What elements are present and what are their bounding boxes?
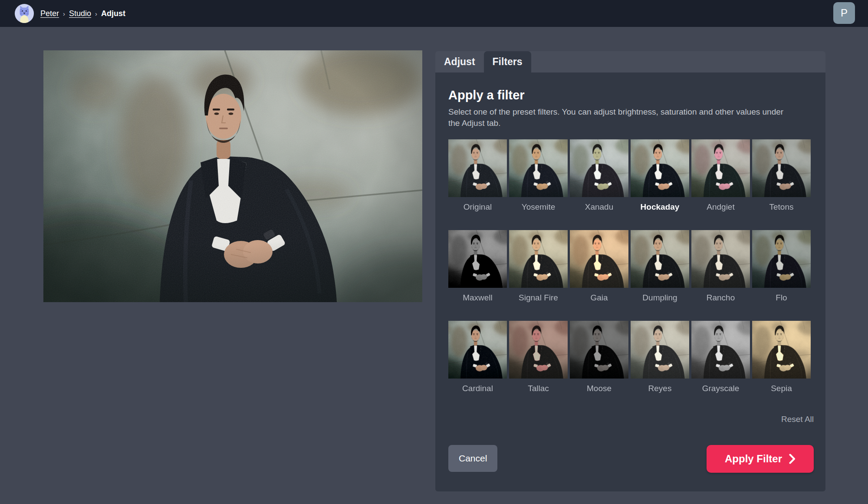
filter-option-cardinal[interactable]: Cardinal — [448, 321, 507, 393]
filter-thumbnail — [691, 321, 750, 379]
user-badge[interactable]: P — [833, 2, 855, 24]
breadcrumb-current-adjust: Adjust — [101, 9, 125, 18]
filter-option-rancho[interactable]: Rancho — [691, 230, 750, 303]
filter-thumbnail — [752, 230, 811, 288]
filter-option-grayscale[interactable]: Grayscale — [691, 321, 750, 393]
filter-label: Tetons — [752, 202, 811, 212]
filter-thumbnail — [448, 139, 507, 197]
filter-option-signal-fire[interactable]: Signal Fire — [509, 230, 568, 303]
breadcrumb-separator: › — [95, 10, 97, 17]
panel-description: Select one of the preset filters. You ca… — [448, 106, 796, 129]
filter-thumbnail — [448, 230, 507, 288]
reset-row: Reset All — [781, 415, 814, 424]
filter-label: Sepia — [752, 384, 811, 393]
panel-body: Apply a filter Select one of the preset … — [435, 72, 825, 491]
chevron-right-icon — [789, 454, 796, 464]
filter-label: Cardinal — [448, 384, 507, 393]
filter-thumbnail — [691, 139, 750, 197]
filter-label: Reyes — [631, 384, 689, 393]
apply-filter-label: Apply Filter — [725, 453, 782, 465]
breadcrumb: Peter › Studio › Adjust — [40, 9, 125, 18]
app-root: Peter › Studio › Adjust P Adjust Filters… — [0, 0, 868, 504]
filter-option-sepia[interactable]: Sepia — [752, 321, 811, 393]
filter-option-hockaday[interactable]: Hockaday — [631, 139, 689, 212]
tab-filters[interactable]: Filters — [484, 51, 531, 72]
filter-option-maxwell[interactable]: Maxwell — [448, 230, 507, 303]
filter-thumbnail — [570, 139, 628, 197]
filter-grid: Original Yosemite Xanadu Hockaday Andgie… — [448, 139, 811, 393]
reset-all-link[interactable]: Reset All — [781, 415, 814, 424]
filter-thumbnail — [509, 139, 568, 197]
filter-option-gaia[interactable]: Gaia — [570, 230, 628, 303]
filter-label: Signal Fire — [509, 293, 568, 303]
filter-option-reyes[interactable]: Reyes — [631, 321, 689, 393]
filter-option-tallac[interactable]: Tallac — [509, 321, 568, 393]
filters-panel: Adjust Filters Apply a filter Select one… — [435, 51, 825, 491]
filter-label: Tallac — [509, 384, 568, 393]
filter-label: Gaia — [570, 293, 628, 303]
actions-row: Cancel Apply Filter — [448, 445, 814, 473]
breadcrumb-link-studio[interactable]: Studio — [69, 9, 91, 18]
filter-label: Rancho — [691, 293, 750, 303]
filter-label: Grayscale — [691, 384, 750, 393]
panel-title: Apply a filter — [448, 88, 814, 102]
topbar: Peter › Studio › Adjust P — [0, 0, 868, 27]
filter-label: Flo — [752, 293, 811, 303]
filter-option-flo[interactable]: Flo — [752, 230, 811, 303]
filter-thumbnail — [509, 321, 568, 379]
filter-thumbnail — [752, 139, 811, 197]
filter-thumbnail — [509, 230, 568, 288]
tab-bar: Adjust Filters — [435, 51, 825, 72]
tab-adjust[interactable]: Adjust — [435, 51, 484, 72]
breadcrumb-link-peter[interactable]: Peter — [40, 9, 59, 18]
filter-option-yosemite[interactable]: Yosemite — [509, 139, 568, 212]
filter-option-dumpling[interactable]: Dumpling — [631, 230, 689, 303]
filter-thumbnail — [570, 230, 628, 288]
breadcrumb-separator: › — [63, 10, 65, 17]
filter-label: Hockaday — [631, 202, 689, 212]
filter-option-tetons[interactable]: Tetons — [752, 139, 811, 212]
filter-label: Maxwell — [448, 293, 507, 303]
filter-option-original[interactable]: Original — [448, 139, 507, 212]
filter-thumbnail — [570, 321, 628, 379]
apply-filter-button[interactable]: Apply Filter — [707, 445, 814, 473]
cancel-button[interactable]: Cancel — [448, 445, 497, 472]
filter-label: Original — [448, 202, 507, 212]
filter-label: Moose — [570, 384, 628, 393]
filter-thumbnail — [752, 321, 811, 379]
filter-option-andgiet[interactable]: Andgiet — [691, 139, 750, 212]
filter-thumbnail — [631, 139, 689, 197]
filter-option-xanadu[interactable]: Xanadu — [570, 139, 628, 212]
filter-thumbnail — [631, 321, 689, 379]
photo-preview — [43, 50, 422, 302]
cat-avatar-icon — [14, 3, 34, 23]
filter-thumbnail — [691, 230, 750, 288]
filter-label: Dumpling — [631, 293, 689, 303]
portrait-photo — [43, 50, 422, 302]
filter-label: Xanadu — [570, 202, 628, 212]
filter-label: Andgiet — [691, 202, 750, 212]
filter-thumbnail — [448, 321, 507, 379]
filter-thumbnail — [631, 230, 689, 288]
filter-label: Yosemite — [509, 202, 568, 212]
filter-option-moose[interactable]: Moose — [570, 321, 628, 393]
